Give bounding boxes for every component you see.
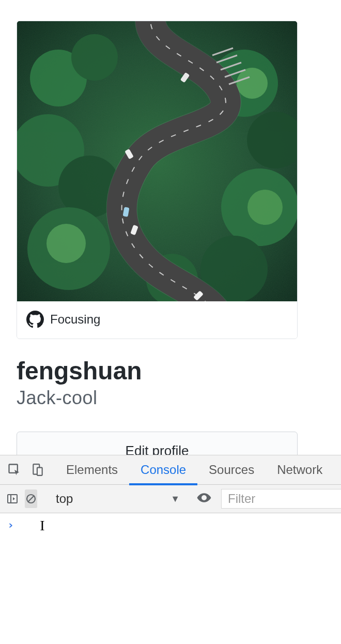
toggle-device-icon[interactable] [31,463,44,477]
prompt-chevron-icon: › [7,518,14,531]
devtools-panel: Elements Console Sources Network top ▼ ›… [0,455,341,644]
svg-rect-27 [37,468,42,476]
console-toolbar: top ▼ [0,485,341,513]
toggle-sidebar-icon[interactable] [6,489,19,508]
tab-network[interactable]: Network [266,455,334,485]
svg-point-3 [71,34,118,81]
devtools-tabbar: Elements Console Sources Network [0,455,341,485]
status-text: Focusing [50,312,100,327]
context-label: top [56,492,73,506]
filter-input[interactable] [221,489,341,509]
text-cursor-icon: I [40,518,44,533]
tab-console[interactable]: Console [129,455,197,485]
clear-console-icon[interactable] [25,489,37,508]
console-body[interactable]: › I [0,513,341,536]
live-expression-icon[interactable] [196,490,212,508]
tab-sources[interactable]: Sources [197,455,266,485]
username: Jack-cool [17,387,324,409]
chevron-down-icon: ▼ [171,494,180,504]
avatar-image[interactable] [17,21,297,301]
name-block: fengshuan Jack-cool [17,358,324,409]
svg-point-13 [237,68,268,99]
context-selector[interactable]: top ▼ [50,492,184,506]
svg-point-12 [47,224,86,263]
svg-line-31 [28,496,34,502]
svg-point-14 [247,190,283,225]
inspect-element-icon[interactable] [7,463,22,477]
profile-page: Focusing fengshuan Jack-cool Edit profil… [0,0,341,455]
profile-card: Focusing [17,21,298,339]
display-name: fengshuan [17,358,324,385]
tab-elements[interactable]: Elements [55,455,129,485]
svg-point-32 [203,497,206,499]
svg-rect-28 [8,495,17,503]
status-row[interactable]: Focusing [17,301,297,339]
octocat-icon [26,311,44,328]
